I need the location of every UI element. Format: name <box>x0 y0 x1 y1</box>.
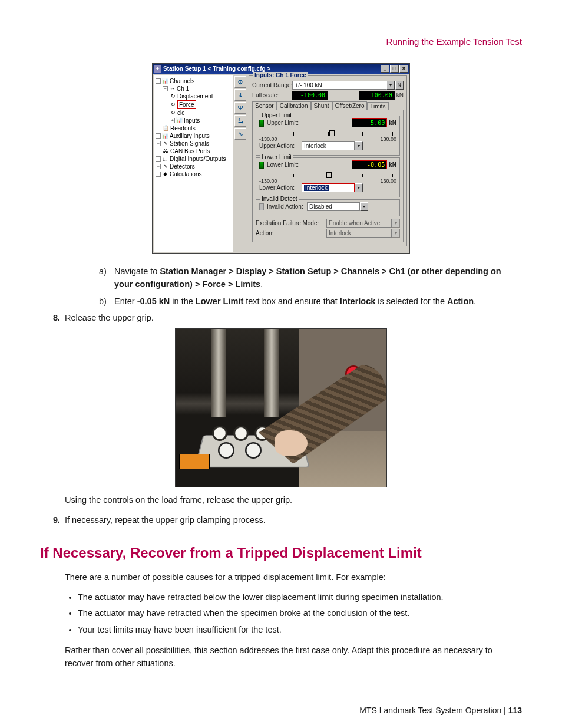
substep-a-marker: a) <box>99 265 114 291</box>
tree-digital[interactable]: Digital Inputs/Outputs <box>170 155 226 163</box>
upper-action-select[interactable]: Interlock <box>302 141 355 150</box>
invalid-action-select[interactable]: Disabled <box>307 202 360 211</box>
invalid-indicator-icon <box>259 203 264 210</box>
tool-button-3[interactable]: Ψ <box>234 102 246 114</box>
upper-limit-value[interactable]: 5.00 <box>352 118 387 127</box>
substep-a-path: Station Manager > Display > Station Setu… <box>114 266 501 289</box>
section-intro: There are a number of possible causes fo… <box>65 571 522 584</box>
invalid-action-dropdown-button[interactable]: ▾ <box>360 202 368 211</box>
lower-limit-slider[interactable]: -130.00 130.00 <box>259 170 396 182</box>
digital-icon: ⬚ <box>162 156 168 162</box>
tree-aux[interactable]: Auxiliary Inputs <box>170 132 210 140</box>
section-outro: Rather than cover all possibilities, thi… <box>65 644 522 670</box>
canbus-icon: 🖧 <box>163 148 169 154</box>
expand-icon[interactable]: + <box>170 118 175 123</box>
upper-limit-unit: kN <box>389 120 396 126</box>
footer-text: MTS Landmark Test System Operation | <box>359 706 508 715</box>
window-title: Station Setup 1 < Training config.cfg > <box>163 65 270 72</box>
lower-limit-unit: kN <box>389 162 396 168</box>
current-range-label: Current Range: <box>252 82 292 88</box>
channels-icon: 📊 <box>162 78 168 84</box>
lower-action-dropdown-button[interactable]: ▾ <box>355 183 363 192</box>
expand-icon[interactable]: + <box>156 133 161 139</box>
tree-displacement[interactable]: Displacement <box>177 93 213 100</box>
tool-column: ⚙ ↧ Ψ ⇆ ∿ <box>234 74 247 253</box>
tree-inputs[interactable]: Inputs <box>184 117 200 124</box>
tool-button-2[interactable]: ↧ <box>234 89 246 101</box>
readouts-icon: 📋 <box>163 125 169 131</box>
action-value: Interlock <box>326 229 392 238</box>
tab-offset[interactable]: Offset/Zero <box>332 101 368 110</box>
range-dropdown-button[interactable]: ▾ <box>386 81 395 90</box>
expand-icon[interactable]: − <box>163 86 168 91</box>
upper-action-dropdown-button[interactable]: ▾ <box>355 141 363 150</box>
expand-icon[interactable]: + <box>156 164 161 169</box>
tree-detectors[interactable]: Detectors <box>170 163 195 170</box>
expand-icon[interactable]: + <box>156 156 161 162</box>
tree-clc[interactable]: clc <box>177 109 184 117</box>
step-8-number: 8. <box>51 311 65 324</box>
nav-tree[interactable]: −📊Channels −↔Ch 1 ↻Displacement ↻Force ↻… <box>154 75 233 252</box>
channel-icon: ↔ <box>169 85 176 92</box>
tree-readouts[interactable]: Readouts <box>170 124 196 132</box>
tab-limits[interactable]: Limits <box>367 102 388 110</box>
range-step-button[interactable]: ⇅ <box>395 81 404 90</box>
action-label: Action: <box>256 230 326 236</box>
fullscale-low: -100.00 <box>292 91 328 100</box>
tree-canbus[interactable]: CAN Bus Ports <box>170 147 210 155</box>
tool-button-5[interactable]: ∿ <box>234 128 246 140</box>
upper-action-label: Upper Action: <box>259 143 302 149</box>
step-8-caption: Using the controls on the load frame, re… <box>65 493 522 506</box>
signal-icon: ↻ <box>170 93 176 100</box>
tab-shunt[interactable]: Shunt <box>311 101 332 110</box>
lower-action-select[interactable]: Interlock <box>302 183 355 192</box>
tree-force-selected[interactable]: Force <box>177 100 196 109</box>
current-range-field[interactable]: +/- 100 kN <box>292 81 386 90</box>
t: Action <box>447 297 474 306</box>
step-9: 9. If necessary, repeat the upper grip c… <box>65 513 522 526</box>
lower-indicator-icon <box>259 162 264 169</box>
substep-a-text: Navigate to <box>114 266 160 276</box>
lower-limit-label: Lower Limit: <box>267 162 307 168</box>
tree-stationsignals[interactable]: Station Signals <box>170 140 209 147</box>
maximize-button[interactable]: □ <box>390 65 399 73</box>
step-9-text: If necessary, repeat the upper grip clam… <box>65 513 266 526</box>
substep-a: a) Navigate to Station Manager > Display… <box>99 265 522 291</box>
tree-ch1[interactable]: Ch 1 <box>177 85 189 93</box>
signals-icon: ∿ <box>162 140 168 147</box>
fullscale-high: 100.00 <box>359 91 395 100</box>
substep-b-marker: b) <box>99 295 114 308</box>
lower-slider-max: 130.00 <box>380 178 396 184</box>
tab-calibration[interactable]: Calibration <box>277 101 311 110</box>
step-9-number: 9. <box>51 513 65 526</box>
close-button[interactable]: × <box>399 65 408 73</box>
running-header: Running the Example Tension Test <box>40 37 522 47</box>
expand-icon[interactable]: − <box>156 78 161 84</box>
aux-icon: 📊 <box>162 133 168 139</box>
lower-limit-value[interactable]: -0.05 <box>352 160 387 169</box>
expand-icon[interactable]: + <box>156 172 161 177</box>
upper-slider-max: 130.00 <box>380 136 396 142</box>
signal-icon: ↻ <box>170 110 176 116</box>
lower-slider-min: -130.00 <box>259 178 277 184</box>
step-8: 8. Release the upper grip. <box>65 311 522 324</box>
upper-limit-legend: Upper Limit <box>260 112 293 118</box>
tab-sensor[interactable]: Sensor <box>252 101 277 110</box>
tool-button-4[interactable]: ⇆ <box>234 115 246 127</box>
upper-limit-slider[interactable]: -130.00 130.00 <box>259 129 396 140</box>
excitation-dropdown-button: ▾ <box>392 219 400 228</box>
expand-icon[interactable]: + <box>156 141 161 146</box>
excitation-value: Enable when Active <box>326 219 392 228</box>
step-8-text: Release the upper grip. <box>65 311 154 324</box>
tree-channels[interactable]: Channels <box>170 77 194 85</box>
minimize-button[interactable]: _ <box>381 65 389 73</box>
cause-list: The actuator may have retracted below th… <box>65 591 522 637</box>
t: text box and ensure that <box>243 297 340 306</box>
t: is selected for the <box>375 297 447 306</box>
t: -0.05 kN <box>137 297 170 306</box>
tree-calc[interactable]: Calculations <box>170 170 201 178</box>
invalid-legend: Invalid Detect <box>260 196 299 202</box>
tool-button-1[interactable]: ⚙ <box>234 76 246 88</box>
detectors-icon: ∿ <box>162 163 168 170</box>
section-heading: If Necessary, Recover from a Tripped Dis… <box>40 545 522 561</box>
